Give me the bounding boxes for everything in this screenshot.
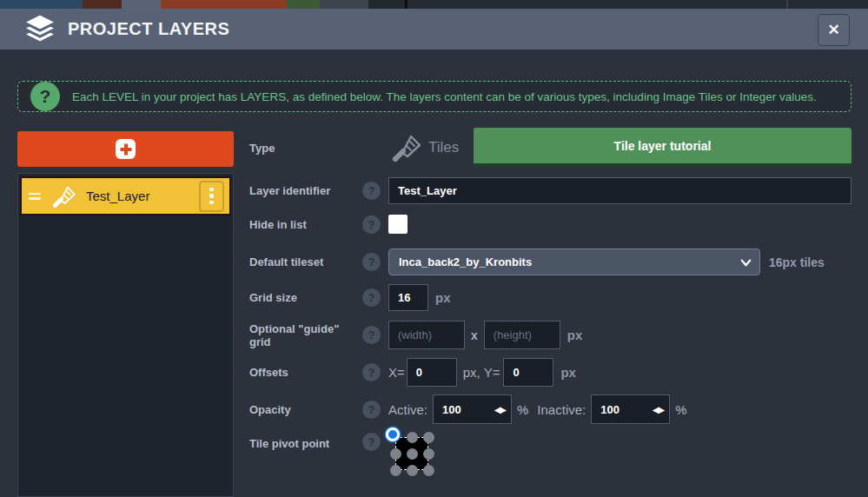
guide-height-input[interactable] — [484, 321, 560, 349]
offset-x-prefix: X= — [388, 365, 405, 380]
chevron-down-icon — [740, 257, 752, 268]
row-hide-in-list: Hide in list ? — [249, 213, 851, 235]
layer-name: Test_Layer — [86, 189, 199, 203]
tiles-type-icon — [388, 130, 423, 165]
app-strip-segment — [368, 0, 405, 9]
row-guide-grid: Optional "guide" grid ? x px — [249, 320, 851, 350]
tile-layer-tutorial-button[interactable]: Tile layer tutorial — [474, 128, 851, 167]
tiles-layer-icon — [50, 182, 77, 210]
help-badge-icon[interactable]: ? — [362, 253, 381, 271]
help-icon: ? — [30, 82, 60, 111]
opacity-inactive-input[interactable]: 100 ◀▶ — [591, 394, 670, 424]
drag-handle-icon[interactable] — [29, 190, 41, 202]
app-strip-segment — [0, 0, 83, 9]
add-layer-button[interactable] — [17, 131, 234, 167]
offsets-label: Offsets — [249, 366, 362, 379]
opacity-label: Opacity — [249, 403, 362, 416]
offset-y-input[interactable] — [503, 358, 553, 387]
row-offsets: Offsets ? X= px, Y= px — [249, 357, 851, 388]
layer-identifier-input[interactable] — [388, 177, 851, 204]
help-badge-icon[interactable]: ? — [362, 326, 381, 344]
opacity-active-unit: % — [517, 402, 528, 417]
tileset-size-label: 16px tiles — [769, 255, 825, 269]
offsets-unit: px — [560, 365, 576, 380]
row-opacity: Opacity ? Active: 100 ◀▶ % Inactive: 100… — [249, 394, 851, 425]
row-grid-size: Grid size ? px — [249, 284, 851, 311]
dialog-header: PROJECT LAYERS ✕ — [0, 9, 868, 50]
layer-list: Test_Layer — [17, 173, 234, 497]
opacity-active-value: 100 — [442, 403, 494, 416]
app-strip-segment — [320, 0, 368, 9]
app-strip-segment — [83, 0, 122, 9]
opacity-inactive-value: 100 — [600, 403, 653, 416]
default-tileset-select[interactable]: Inca_back2_by_Kronbits — [388, 248, 760, 275]
info-banner-text: Each LEVEL in your project has LAYERS, a… — [72, 90, 817, 103]
tile-pivot-label: Tile pivot point — [249, 437, 362, 450]
app-strip-segment — [122, 0, 161, 9]
pivot-dot[interactable] — [407, 448, 418, 460]
default-tileset-label: Default tileset — [249, 255, 362, 268]
layer-identifier-label: Layer identifier — [249, 184, 362, 197]
type-label: Type — [249, 142, 362, 155]
pivot-dot[interactable] — [423, 448, 434, 460]
guide-width-input[interactable] — [388, 321, 465, 349]
help-badge-icon[interactable]: ? — [362, 401, 381, 419]
default-tileset-value: Inca_back2_by_Kronbits — [399, 255, 532, 268]
pivot-dot[interactable] — [423, 465, 434, 476]
hide-in-list-checkbox[interactable] — [388, 215, 407, 234]
background-app-strip — [0, 0, 868, 9]
plus-icon — [116, 139, 136, 159]
layer-list-item-test-layer[interactable]: Test_Layer — [20, 176, 231, 215]
hide-in-list-label: Hide in list — [249, 218, 362, 231]
pivot-dot[interactable] — [407, 432, 418, 443]
app-strip-segment — [161, 0, 287, 9]
opacity-inactive-label: Inactive: — [537, 402, 586, 417]
pivot-dot[interactable] — [390, 465, 401, 476]
stepper-arrows-icon[interactable]: ◀▶ — [653, 405, 664, 414]
offset-x-input[interactable] — [407, 358, 457, 387]
stepper-arrows-icon[interactable]: ◀▶ — [494, 405, 506, 414]
info-banner: ? Each LEVEL in your project has LAYERS,… — [17, 81, 851, 112]
help-badge-icon[interactable]: ? — [362, 288, 381, 307]
opacity-active-label: Active: — [388, 402, 427, 417]
row-layer-identifier: Layer identifier ? — [249, 177, 851, 204]
app-strip-segment — [788, 0, 868, 9]
guide-grid-unit: px — [567, 328, 583, 342]
type-value: Tiles — [428, 139, 459, 156]
app-strip-segment — [287, 0, 320, 9]
page-title: PROJECT LAYERS — [68, 19, 229, 39]
tile-pivot-widget — [388, 430, 437, 480]
pivot-dot-selected[interactable] — [386, 427, 400, 441]
guide-grid-label: Optional "guide" grid — [249, 322, 362, 348]
close-button[interactable]: ✕ — [818, 14, 850, 46]
pivot-dot[interactable] — [390, 448, 401, 460]
layer-context-menu-button[interactable] — [199, 181, 224, 212]
offset-mid-label: px, Y= — [463, 365, 500, 380]
help-badge-icon[interactable]: ? — [362, 182, 381, 200]
grid-size-label: Grid size — [249, 291, 362, 304]
opacity-inactive-unit: % — [675, 402, 686, 417]
guide-grid-separator: x — [471, 328, 478, 342]
pivot-dot[interactable] — [423, 432, 434, 443]
row-tile-pivot: Tile pivot point ? — [249, 430, 851, 482]
layers-icon — [21, 10, 59, 49]
grid-size-unit: px — [435, 290, 451, 305]
pivot-dot[interactable] — [407, 465, 418, 476]
app-strip-segment — [407, 0, 786, 9]
help-badge-icon[interactable]: ? — [362, 433, 381, 451]
row-default-tileset: Default tileset ? Inca_back2_by_Kronbits… — [249, 248, 851, 275]
help-badge-icon[interactable]: ? — [362, 215, 381, 234]
opacity-active-input[interactable]: 100 ◀▶ — [433, 394, 512, 424]
row-type: Type Tiles Tile layer tutorial — [249, 128, 851, 168]
help-badge-icon[interactable]: ? — [362, 363, 381, 381]
grid-size-input[interactable] — [388, 284, 428, 311]
